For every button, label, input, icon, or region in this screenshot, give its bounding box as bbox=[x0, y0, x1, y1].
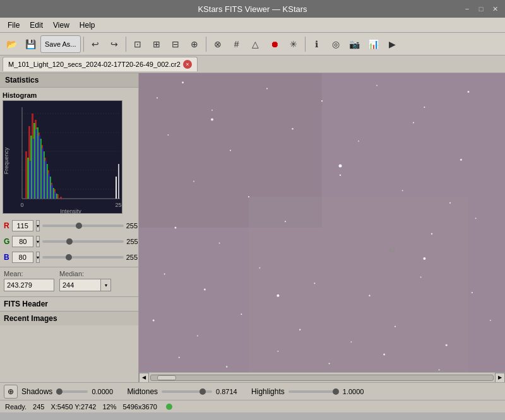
svg-point-51 bbox=[211, 110, 213, 111]
b-min-input[interactable] bbox=[12, 252, 33, 263]
crosshair-button[interactable]: ⊗ bbox=[209, 35, 227, 53]
fits-header-label: FITS Header bbox=[4, 300, 48, 308]
svg-point-69 bbox=[219, 243, 220, 244]
more-button[interactable]: ▶ bbox=[384, 35, 401, 53]
r-min-arrow[interactable]: ▾ bbox=[36, 220, 40, 231]
b-min-arrow[interactable]: ▾ bbox=[36, 252, 40, 263]
svg-rect-43 bbox=[116, 177, 117, 199]
svg-point-54 bbox=[376, 85, 377, 86]
image-background bbox=[139, 73, 505, 382]
mean-input[interactable] bbox=[4, 279, 54, 291]
menu-bar: File Edit View Help bbox=[0, 18, 505, 33]
svg-point-71 bbox=[431, 233, 432, 235]
svg-point-83 bbox=[299, 329, 300, 330]
svg-rect-39 bbox=[45, 161, 47, 199]
svg-point-56 bbox=[468, 91, 470, 93]
fits-image[interactable] bbox=[139, 73, 505, 382]
svg-point-75 bbox=[259, 267, 260, 269]
menu-help[interactable]: Help bbox=[74, 20, 100, 31]
fits-header-section[interactable]: FITS Header bbox=[0, 296, 138, 311]
menu-view[interactable]: View bbox=[48, 20, 74, 31]
rgb-controls: R ▾ 255 ▾ G ▾ 255 ▾ B ▾ bbox=[0, 216, 138, 267]
toolbar-separator-1 bbox=[83, 37, 84, 52]
info-button[interactable]: ℹ bbox=[308, 35, 326, 53]
recent-images-section[interactable]: Recent Images bbox=[0, 311, 138, 325]
svg-point-74 bbox=[204, 289, 206, 291]
g-min-input[interactable] bbox=[12, 236, 33, 247]
status-bar: Ready. 245 X:5450 Y:2742 12% 5496x3670 bbox=[0, 400, 505, 412]
maximize-button[interactable]: □ bbox=[476, 4, 486, 14]
open-button[interactable]: 📂 bbox=[3, 35, 20, 53]
mountain-button[interactable]: △ bbox=[247, 35, 264, 53]
zoom-select-button[interactable]: ⊟ bbox=[167, 35, 184, 53]
svg-point-73 bbox=[164, 274, 165, 275]
r-min-input[interactable] bbox=[12, 220, 33, 231]
highlights-slider[interactable] bbox=[288, 390, 339, 393]
g-min-arrow[interactable]: ▾ bbox=[36, 236, 40, 247]
chart-button[interactable]: 📊 bbox=[365, 35, 383, 53]
status-dimensions: 5496x3670 bbox=[122, 403, 157, 411]
h-scroll-thumb[interactable] bbox=[157, 375, 176, 380]
status-zoom: 12% bbox=[102, 403, 116, 411]
file-tab[interactable]: M_101_Light_120_secs_2024-02-17T20-26-49… bbox=[3, 57, 198, 71]
statistics-title: Statistics bbox=[0, 73, 138, 88]
menu-file[interactable]: File bbox=[3, 20, 25, 31]
h-scrollbar: ◀ ▶ bbox=[139, 372, 505, 382]
close-button[interactable]: ✕ bbox=[490, 4, 500, 14]
svg-point-79 bbox=[472, 292, 473, 293]
svg-rect-34 bbox=[29, 161, 31, 199]
svg-point-48 bbox=[373, 240, 402, 259]
median-input-group: ▾ bbox=[59, 279, 111, 291]
svg-point-81 bbox=[197, 335, 198, 337]
g-slider[interactable] bbox=[42, 240, 124, 243]
target-button[interactable]: ◎ bbox=[327, 35, 345, 53]
svg-rect-38 bbox=[42, 148, 44, 199]
b-label: B bbox=[4, 253, 9, 262]
minimize-button[interactable]: − bbox=[462, 4, 472, 14]
svg-point-77 bbox=[369, 295, 370, 296]
h-scroll-track[interactable] bbox=[150, 375, 494, 381]
grid-button[interactable]: # bbox=[228, 35, 246, 53]
svg-rect-42 bbox=[54, 192, 56, 199]
record-button[interactable]: ⏺ bbox=[266, 35, 283, 53]
asterisk-button[interactable]: ✳ bbox=[285, 35, 302, 53]
undo-button[interactable]: ↩ bbox=[86, 35, 104, 53]
menu-edit[interactable]: Edit bbox=[25, 20, 48, 31]
highlights-thumb[interactable] bbox=[333, 388, 339, 395]
svg-point-64 bbox=[248, 196, 249, 197]
move-button[interactable]: ⊕ bbox=[4, 385, 18, 399]
b-slider[interactable] bbox=[42, 256, 124, 259]
svg-point-68 bbox=[175, 227, 177, 229]
svg-point-50 bbox=[182, 81, 184, 83]
main-layout: Statistics Histogram Freq bbox=[0, 73, 505, 382]
highlights-value: 1.0000 bbox=[343, 388, 374, 395]
midtones-value: 0.8714 bbox=[216, 388, 247, 395]
camera-button[interactable]: 📷 bbox=[346, 35, 364, 53]
title-bar: KStars FITS Viewer — KStars − □ ✕ bbox=[0, 0, 505, 18]
save-as-button[interactable]: Save As... bbox=[40, 35, 81, 53]
shadows-slider[interactable] bbox=[56, 390, 88, 393]
stats-section: Mean: Median: ▾ bbox=[0, 267, 138, 296]
svg-point-58 bbox=[230, 150, 231, 151]
midtones-thumb[interactable] bbox=[199, 388, 206, 395]
svg-point-95 bbox=[339, 165, 342, 168]
recent-images-label: Recent Images bbox=[4, 314, 57, 323]
redo-button[interactable]: ↪ bbox=[105, 35, 123, 53]
zoom-in-button[interactable]: ⊕ bbox=[186, 35, 203, 53]
svg-point-52 bbox=[266, 88, 268, 90]
median-input[interactable] bbox=[59, 279, 101, 291]
histogram-canvas: Frequency 0 250 Intensity bbox=[3, 100, 122, 214]
save-button[interactable]: 💾 bbox=[21, 35, 39, 53]
svg-point-89 bbox=[226, 366, 227, 367]
tab-close-button[interactable]: × bbox=[183, 60, 192, 69]
median-arrow[interactable]: ▾ bbox=[101, 279, 111, 291]
scroll-left-button[interactable]: ◀ bbox=[139, 373, 149, 383]
scroll-right-button[interactable]: ▶ bbox=[495, 373, 505, 383]
b-channel-row: B ▾ 255 ▾ bbox=[4, 250, 134, 264]
svg-point-88 bbox=[179, 357, 180, 358]
shadows-thumb[interactable] bbox=[56, 388, 62, 395]
midtones-slider[interactable] bbox=[162, 390, 212, 393]
r-slider[interactable] bbox=[42, 225, 124, 227]
zoom-fit-button[interactable]: ⊡ bbox=[129, 35, 146, 53]
zoom-fit2-button[interactable]: ⊞ bbox=[148, 35, 165, 53]
